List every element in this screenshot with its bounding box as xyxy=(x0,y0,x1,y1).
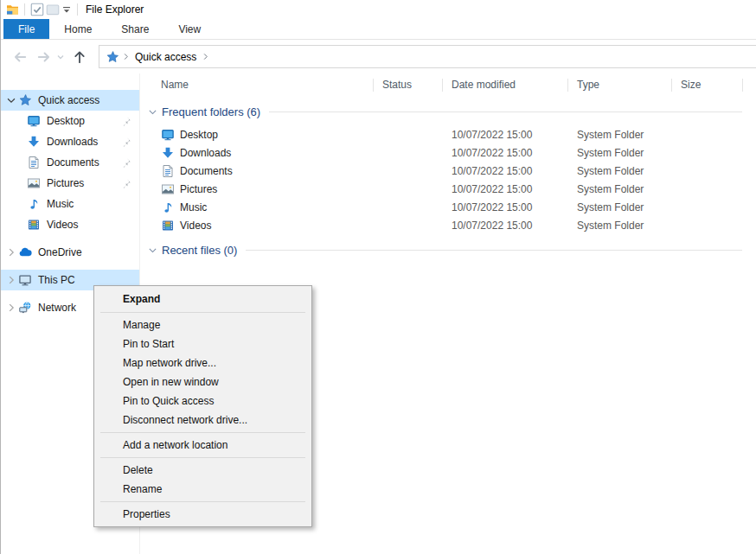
forward-arrow-icon[interactable] xyxy=(36,49,52,65)
column-header-label: Type xyxy=(577,79,599,91)
menu-item-expand[interactable]: Expand xyxy=(94,289,311,309)
sidebar-item-label: Documents xyxy=(47,156,99,169)
menu-item-rename[interactable]: Rename xyxy=(94,480,311,499)
sidebar-item-desktop[interactable]: Desktop xyxy=(1,111,139,131)
tab-file[interactable]: File xyxy=(3,19,49,39)
chevron-right-icon[interactable] xyxy=(4,246,18,258)
tab-label: File xyxy=(18,23,35,35)
downloads-icon xyxy=(161,146,175,160)
menu-item-label: Open in new window xyxy=(123,376,219,388)
menu-item-manage[interactable]: Manage xyxy=(94,315,311,334)
sidebar-item-quick-access[interactable]: Quick access xyxy=(1,90,139,111)
menu-item-map-network-drive[interactable]: Map network drive... xyxy=(94,353,311,373)
tab-label: Home xyxy=(64,23,92,35)
explorer-logo-icon[interactable] xyxy=(5,3,20,16)
file-date-modified: 10/07/2022 15:00 xyxy=(443,183,568,195)
file-name-cell: Desktop xyxy=(140,128,374,142)
menu-item-label: Add a network location xyxy=(123,439,227,451)
menu-separator xyxy=(100,501,305,502)
column-header-name[interactable]: Name xyxy=(140,73,374,96)
group-header-recent-files[interactable]: Recent files (0) xyxy=(147,241,749,258)
back-arrow-icon[interactable] xyxy=(12,49,28,65)
context-menu: Expand Manage Pin to Start Map network d… xyxy=(93,285,312,527)
videos-icon xyxy=(27,218,41,232)
file-row-documents[interactable]: Documents 10/07/2022 15:00 System Folder xyxy=(140,162,756,180)
sidebar-item-label: Pictures xyxy=(47,177,84,189)
sidebar-item-videos[interactable]: Videos xyxy=(1,214,139,235)
file-row-videos[interactable]: Videos 10/07/2022 15:00 System Folder xyxy=(140,216,756,234)
title-bar: File Explorer xyxy=(1,0,756,19)
this-pc-icon xyxy=(18,273,32,287)
group-chevron-icon[interactable] xyxy=(147,106,158,118)
network-icon xyxy=(18,301,32,315)
group-label: Frequent folders (6) xyxy=(162,105,260,118)
tab-home[interactable]: Home xyxy=(49,19,106,39)
sidebar-item-onedrive[interactable]: OneDrive xyxy=(1,242,139,263)
menu-item-label: Delete xyxy=(123,464,153,476)
file-row-downloads[interactable]: Downloads 10/07/2022 15:00 System Folder xyxy=(140,143,756,162)
onedrive-icon xyxy=(18,245,32,259)
sidebar-item-pictures[interactable]: Pictures xyxy=(1,173,139,194)
column-header-status[interactable]: Status xyxy=(374,73,443,96)
menu-item-delete[interactable]: Delete xyxy=(94,461,311,480)
qat-dropdown-icon[interactable] xyxy=(61,2,73,17)
sidebar-item-label: Music xyxy=(47,198,74,210)
downloads-icon xyxy=(27,135,41,149)
up-arrow-icon[interactable] xyxy=(72,49,87,65)
file-name: Desktop xyxy=(180,129,218,141)
pin-icon xyxy=(120,137,131,148)
menu-item-label: Pin to Quick access xyxy=(123,395,214,407)
file-row-pictures[interactable]: Pictures 10/07/2022 15:00 System Folder xyxy=(140,180,756,198)
column-header-row: Name Status Date modified Type Size xyxy=(140,73,756,96)
menu-item-label: Properties xyxy=(123,508,170,520)
group-chevron-icon[interactable] xyxy=(147,245,158,256)
history-dropdown-icon[interactable] xyxy=(55,52,66,62)
chevron-down-icon[interactable] xyxy=(4,94,18,106)
breadcrumb-chevron-icon[interactable] xyxy=(121,52,131,61)
menu-item-pin-to-quick-access[interactable]: Pin to Quick access xyxy=(94,392,311,411)
menu-item-open-in-new-window[interactable]: Open in new window xyxy=(94,373,311,392)
file-name-cell: Downloads xyxy=(140,146,374,160)
breadcrumb-location[interactable]: Quick access xyxy=(132,51,199,63)
sidebar-item-label: Network xyxy=(38,302,76,314)
group-rule xyxy=(246,250,742,251)
menu-item-label: Pin to Start xyxy=(123,338,174,350)
file-row-music[interactable]: Music 10/07/2022 15:00 System Folder xyxy=(140,198,756,216)
sidebar-item-documents[interactable]: Documents xyxy=(1,152,139,173)
menu-separator xyxy=(100,312,305,313)
frequent-folders-list: Desktop 10/07/2022 15:00 System Folder D… xyxy=(140,125,756,234)
documents-icon xyxy=(27,156,41,169)
sidebar-item-downloads[interactable]: Downloads xyxy=(1,131,139,152)
group-header-frequent-folders[interactable]: Frequent folders (6) xyxy=(147,103,749,120)
quick-access-star-icon[interactable] xyxy=(106,50,119,64)
column-header-label: Name xyxy=(161,79,189,91)
menu-item-pin-to-start[interactable]: Pin to Start xyxy=(94,334,311,353)
menu-item-disconnect-network-drive[interactable]: Disconnect network drive... xyxy=(94,411,311,430)
pin-icon xyxy=(120,116,131,127)
group-label: Recent files (0) xyxy=(162,244,237,257)
file-name: Videos xyxy=(180,220,211,232)
pictures-icon xyxy=(27,176,41,190)
tab-label: Share xyxy=(121,23,149,35)
file-row-desktop[interactable]: Desktop 10/07/2022 15:00 System Folder xyxy=(140,125,756,143)
file-type: System Folder xyxy=(568,183,672,195)
new-folder-icon[interactable] xyxy=(45,2,61,17)
breadcrumb-chevron-icon[interactable] xyxy=(201,52,210,61)
sidebar-item-label: Videos xyxy=(47,219,78,231)
chevron-right-icon[interactable] xyxy=(4,302,18,314)
column-header-date-modified[interactable]: Date modified xyxy=(443,73,568,96)
pin-icon xyxy=(120,178,131,189)
titlebar-separator xyxy=(77,3,78,16)
chevron-right-icon[interactable] xyxy=(4,274,18,286)
sidebar-item-label: Downloads xyxy=(47,136,98,148)
tab-share[interactable]: Share xyxy=(106,19,163,39)
sidebar-item-music[interactable]: Music xyxy=(1,194,139,214)
column-header-type[interactable]: Type xyxy=(568,73,672,96)
tab-view[interactable]: View xyxy=(163,19,215,39)
menu-item-properties[interactable]: Properties xyxy=(94,505,311,524)
address-bar[interactable]: Quick access xyxy=(99,45,756,68)
file-date-modified: 10/07/2022 15:00 xyxy=(443,165,568,177)
properties-check-icon[interactable] xyxy=(29,2,45,17)
column-header-size[interactable]: Size xyxy=(672,73,743,96)
menu-item-add-a-network-location[interactable]: Add a network location xyxy=(94,436,311,455)
